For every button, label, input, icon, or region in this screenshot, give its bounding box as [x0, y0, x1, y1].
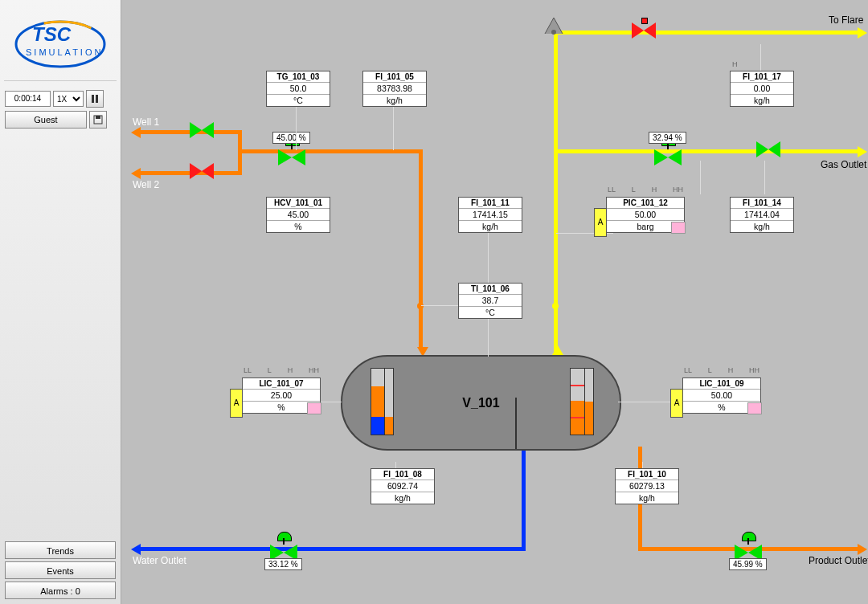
user-button[interactable]: Guest [5, 111, 87, 129]
arrow-gas-up [552, 345, 563, 355]
vessel-weir [515, 398, 517, 449]
transmitter-icon [543, 14, 563, 34]
controller-mode-auto-icon: A [670, 389, 683, 418]
control-valve-hcv-101-01[interactable] [278, 143, 305, 167]
label-water-outlet: Water Outlet [133, 555, 186, 566]
indicator-fi-101-10[interactable]: FI_101_10 60279.13 kg/h [615, 468, 679, 504]
trends-button[interactable]: Trends [5, 541, 116, 559]
pipe-water-v [522, 447, 526, 551]
events-button[interactable]: Events [5, 561, 116, 579]
indicator-ti-101-06[interactable]: TI_101_06 38.7 °C [458, 283, 522, 319]
indicator-fi-101-17[interactable]: H FI_101_17 0.00 kg/h [730, 71, 794, 107]
label-well2: Well 2 [133, 179, 159, 190]
svg-text:TSC: TSC [32, 23, 72, 45]
controller-lic-101-09[interactable]: LL L H HH A LIC_101_09 50.00 % [682, 378, 761, 414]
sim-controls: 0:00:14 1X Guest [0, 85, 121, 137]
controller-output-box [747, 402, 762, 414]
junction-gas [552, 303, 559, 309]
sim-speed-select[interactable]: 1X [53, 91, 84, 107]
svg-text:SIMULATION: SIMULATION [26, 47, 103, 57]
logo: TSC SIMULATION [4, 4, 117, 81]
vessel-label: V_101 [462, 396, 499, 410]
indicator-fi-101-08[interactable]: FI_101_08 6092.74 kg/h [371, 468, 435, 504]
valve-well2[interactable] [190, 163, 214, 179]
arrow-water-outlet [131, 544, 141, 555]
conn-fi10114 [764, 161, 765, 194]
valve-gas-outlet[interactable] [756, 141, 780, 157]
arrow-product-outlet [858, 544, 867, 555]
label-product-outlet: Product Outlet [809, 555, 868, 566]
label-gas-outlet: Gas Outlet [821, 159, 866, 170]
conn-pic-to-cv [700, 161, 701, 194]
conn-ti10106 [488, 316, 489, 357]
svg-rect-7 [96, 116, 100, 119]
conn-tg10103 [296, 105, 297, 150]
controller-output-box [671, 222, 686, 234]
sightglass-oil-side [570, 368, 586, 435]
svg-point-8 [551, 30, 556, 35]
arrow-flare [858, 27, 867, 39]
arrow-well1 [131, 127, 141, 138]
controller-lic-101-07[interactable]: LL L H HH A LIC_101_07 25.00 % [242, 378, 321, 414]
save-button[interactable] [89, 111, 107, 129]
nav-buttons: Trends Events Alarms : 0 [5, 539, 116, 599]
pipe-feed-main-v [419, 149, 423, 350]
controller-mode-auto-icon: A [230, 389, 243, 418]
water-cv-percent-tag: 33.12 % [264, 558, 302, 570]
controller-pic-101-12[interactable]: LL L H HH A PIC_101_12 50.00 barg [606, 197, 685, 233]
valve-well1[interactable] [190, 122, 214, 138]
arrow-gas-outlet [858, 146, 867, 157]
pipe-to-flare [554, 31, 859, 35]
pause-button[interactable] [86, 90, 104, 108]
indicator-fi-101-11[interactable]: FI_101_11 17414.15 kg/h [458, 197, 522, 233]
alarms-button[interactable]: Alarms : 0 [5, 582, 116, 599]
control-valve-gas[interactable] [654, 143, 682, 167]
pipe-water-h [139, 547, 526, 551]
hcv-percent-tag: 45.00 % [272, 132, 310, 144]
label-to-flare: To Flare [829, 14, 863, 26]
level-bar-lic09 [584, 368, 594, 435]
level-bar-lic07 [384, 368, 394, 435]
svg-rect-5 [96, 95, 98, 103]
indicator-fi-101-05[interactable]: FI_101_05 83783.98 kg/h [362, 71, 427, 107]
product-cv-percent-tag: 45.99 % [729, 558, 767, 570]
process-canvas: 45.00 % 32.94 % 33.12 % 45.99 % V_101 [121, 0, 868, 604]
indicator-hcv-101-01[interactable]: HCV_101_01 45.00 % [266, 197, 330, 233]
pipe-gas-outlet [554, 149, 859, 153]
conn-fi10105 [393, 105, 394, 150]
pipe-feed-main-h [238, 149, 423, 153]
arrow-well2 [131, 168, 141, 179]
valve-flare[interactable] [632, 22, 656, 39]
gas-cv-percent-tag: 32.94 % [649, 132, 686, 144]
sim-time-display: 0:00:14 [5, 91, 51, 107]
sidebar: TSC SIMULATION 0:00:14 1X Guest Trends E… [0, 0, 121, 604]
controller-mode-auto-icon: A [594, 208, 607, 237]
indicator-tg-101-03[interactable]: TG_101_03 50.0 °C [266, 71, 330, 107]
svg-rect-4 [92, 95, 94, 103]
controller-output-box [307, 402, 321, 414]
indicator-fi-101-14[interactable]: FI_101_14 17414.04 kg/h [730, 197, 794, 233]
label-well1: Well 1 [133, 116, 159, 128]
junction-feed [417, 303, 424, 309]
